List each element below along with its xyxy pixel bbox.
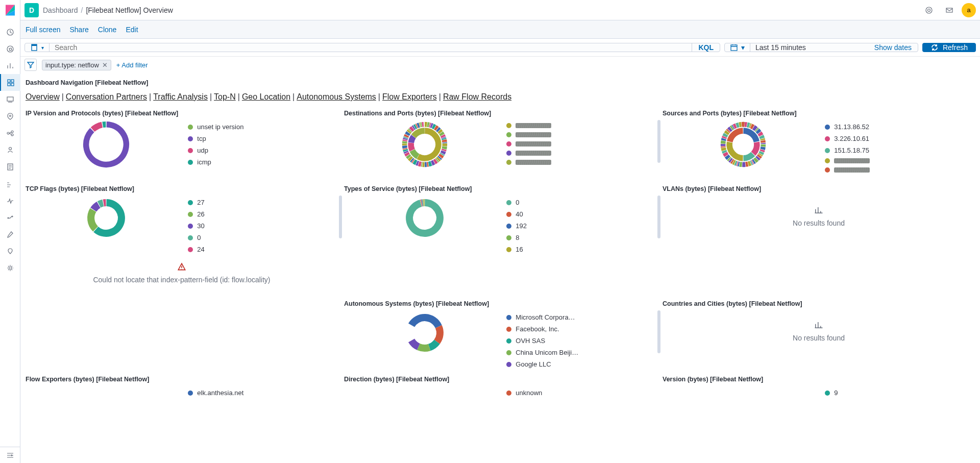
- nav-ml-icon[interactable]: [0, 125, 20, 141]
- nav-maps-icon[interactable]: [0, 108, 20, 125]
- donut-chart[interactable]: [402, 310, 447, 355]
- filter-options-button[interactable]: [24, 59, 37, 71]
- nav-uptime-icon[interactable]: [0, 192, 20, 209]
- nav-link[interactable]: Raw Flow Records: [443, 92, 511, 101]
- legend-item[interactable]: [506, 151, 593, 156]
- nav-apm-icon[interactable]: [0, 175, 20, 192]
- refresh-button[interactable]: Refresh: [922, 43, 976, 52]
- legend-item[interactable]: 8: [506, 234, 593, 241]
- svg-point-19: [926, 7, 932, 13]
- show-dates-button[interactable]: Show dates: [868, 43, 918, 52]
- edit-link[interactable]: Edit: [126, 26, 138, 34]
- svg-rect-7: [8, 83, 10, 86]
- fullscreen-link[interactable]: Full screen: [26, 26, 60, 34]
- legend-item[interactable]: [506, 141, 593, 147]
- nav-dashboard-icon[interactable]: [0, 74, 20, 91]
- legend-item[interactable]: udp: [188, 147, 275, 154]
- nav-link[interactable]: Conversation Partners: [66, 92, 147, 101]
- nav-canvas-icon[interactable]: [0, 91, 20, 108]
- legend-swatch: [188, 125, 193, 130]
- legend-item[interactable]: 24: [188, 246, 275, 253]
- filter-pill-label: input.type: netflow: [45, 61, 99, 69]
- nav-visualize-icon[interactable]: [0, 57, 20, 74]
- nav-devtools-icon[interactable]: [0, 226, 20, 242]
- legend-item[interactable]: 0: [188, 234, 275, 241]
- nav-link[interactable]: Geo Location: [242, 92, 290, 101]
- legend-item[interactable]: Google LLC: [506, 360, 593, 368]
- legend-item[interactable]: [825, 158, 912, 163]
- donut-chart[interactable]: [82, 120, 131, 169]
- legend-item[interactable]: 31.13.86.52: [825, 123, 912, 131]
- legend-item[interactable]: 192: [506, 222, 593, 230]
- legend-item[interactable]: 3.226.10.61: [825, 135, 912, 142]
- donut-chart[interactable]: [402, 386, 447, 431]
- time-range-label[interactable]: Last 15 minutes: [750, 43, 868, 52]
- nav-link[interactable]: Traffic Analysis: [153, 92, 208, 101]
- legend-item[interactable]: 26: [188, 210, 275, 218]
- mail-icon[interactable]: [941, 2, 958, 18]
- donut-chart[interactable]: [400, 120, 449, 169]
- filter-pill[interactable]: input.type: netflow ✕: [42, 60, 111, 70]
- legend-item[interactable]: China Unicom Beiji…: [506, 349, 593, 356]
- donut-chart[interactable]: [402, 196, 447, 240]
- legend-item[interactable]: unknown: [506, 389, 593, 397]
- donut-chart[interactable]: [721, 386, 766, 431]
- nav-management-icon[interactable]: [0, 259, 20, 276]
- legend-item[interactable]: [506, 123, 593, 128]
- clone-link[interactable]: Clone: [98, 26, 117, 34]
- search-input[interactable]: [50, 43, 692, 52]
- nav-logs-icon[interactable]: [0, 158, 20, 175]
- user-avatar[interactable]: a: [962, 3, 976, 17]
- add-filter-button[interactable]: + Add filter: [116, 61, 148, 69]
- legend-item[interactable]: [506, 132, 593, 137]
- kibana-logo[interactable]: [0, 0, 20, 20]
- legend-item[interactable]: 27: [188, 199, 275, 206]
- legend: [506, 120, 657, 165]
- nav-recent-icon[interactable]: [0, 23, 20, 40]
- nav-link[interactable]: Flow Exporters: [382, 92, 437, 101]
- newsfeed-icon[interactable]: [921, 2, 937, 18]
- nav-link[interactable]: Autonomous Systems: [297, 92, 376, 101]
- legend-item[interactable]: OVH SAS: [506, 337, 593, 345]
- donut-chart[interactable]: [84, 386, 129, 431]
- legend-item[interactable]: 0: [506, 199, 593, 206]
- legend-item[interactable]: 40: [506, 210, 593, 218]
- svg-rect-6: [11, 80, 14, 82]
- legend-item[interactable]: [825, 167, 912, 173]
- legend-item[interactable]: 16: [506, 246, 593, 253]
- nav-link[interactable]: Overview: [26, 92, 60, 101]
- donut-chart[interactable]: [84, 196, 129, 240]
- calendar-button[interactable]: ▾: [725, 43, 750, 52]
- share-link[interactable]: Share: [69, 26, 88, 34]
- legend-item[interactable]: Microsoft Corpora…: [506, 313, 593, 321]
- nav-link[interactable]: Top-N: [214, 92, 236, 101]
- donut-chart[interactable]: [719, 120, 768, 169]
- panel-cc: Countries and Cities (bytes) [Filebeat N…: [662, 297, 976, 369]
- space-selector[interactable]: D: [24, 3, 39, 17]
- breadcrumb-root[interactable]: Dashboard: [43, 6, 78, 14]
- nav-monitoring-icon[interactable]: [0, 242, 20, 259]
- legend-item[interactable]: unset ip version: [188, 123, 275, 131]
- nav-discover-icon[interactable]: [0, 40, 20, 57]
- legend-item[interactable]: elk.anthesia.net: [188, 389, 275, 397]
- legend-item[interactable]: 151.5.18.75: [825, 147, 912, 154]
- query-lang-button[interactable]: KQL: [692, 43, 720, 52]
- saved-query-button[interactable]: ▾: [25, 43, 50, 52]
- legend-swatch: [825, 167, 830, 173]
- close-icon[interactable]: ✕: [102, 61, 108, 69]
- legend-swatch: [825, 136, 830, 141]
- legend: 272630024: [188, 196, 339, 253]
- legend-item[interactable]: Facebook, Inc.: [506, 325, 593, 333]
- legend-swatch: [188, 224, 193, 229]
- panel-title: VLANs (bytes) [Filebeat Netflow]: [662, 182, 976, 194]
- legend-item[interactable]: 9: [825, 389, 912, 397]
- nav-infra-icon[interactable]: [0, 141, 20, 158]
- panel-blank: [24, 297, 339, 369]
- legend-item[interactable]: [506, 160, 593, 165]
- legend-item[interactable]: icmp: [188, 158, 275, 166]
- legend-item[interactable]: tcp: [188, 135, 275, 142]
- collapse-sidebar-button[interactable]: [0, 447, 20, 463]
- nav-siem-icon[interactable]: [0, 209, 20, 226]
- legend-item[interactable]: 30: [188, 222, 275, 230]
- legend-swatch: [188, 391, 193, 396]
